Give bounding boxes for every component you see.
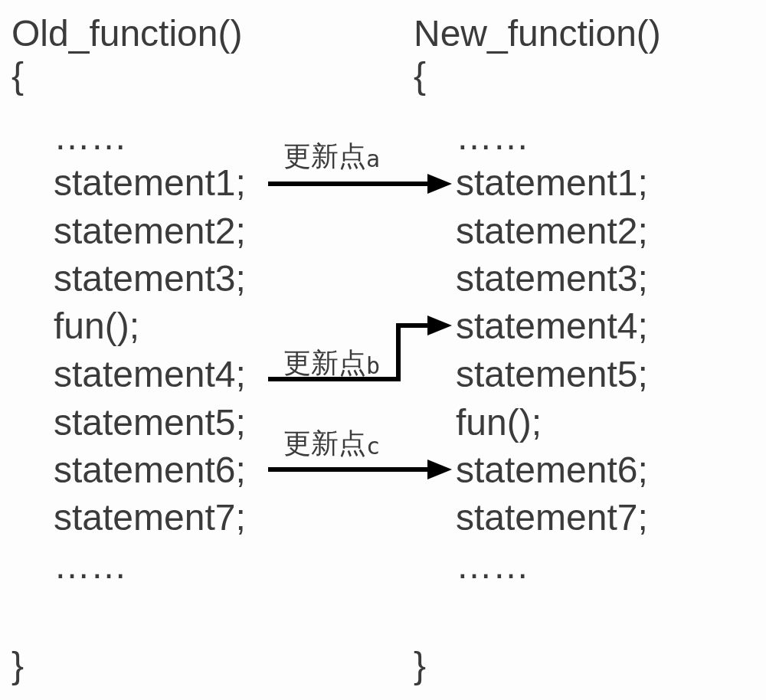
old-line-9: …… xyxy=(11,548,127,584)
update-point-b-label: 更新点b xyxy=(283,345,380,382)
old-line-2: statement2; xyxy=(11,213,246,250)
new-line-2: statement2; xyxy=(414,213,648,250)
old-line-7: statement6; xyxy=(11,452,246,489)
old-open-brace: { xyxy=(11,57,24,94)
old-close-brace: } xyxy=(11,647,24,684)
old-function-title: Old_function() xyxy=(11,15,242,52)
new-close-brace: } xyxy=(414,647,426,684)
new-line-9: …… xyxy=(414,548,529,584)
new-line-0: …… xyxy=(414,119,529,155)
old-line-4: fun(); xyxy=(11,308,139,345)
label-a-prefix: 更新点 xyxy=(283,141,366,172)
old-line-3: statement3; xyxy=(11,260,246,297)
label-c-prefix: 更新点 xyxy=(283,428,366,459)
update-point-c-label: 更新点c xyxy=(283,425,380,463)
new-line-8: statement7; xyxy=(414,499,648,536)
diagram-canvas: { "left": { "title": "Old_function()", "… xyxy=(0,0,766,700)
old-line-0: …… xyxy=(11,119,127,155)
old-line-6: statement5; xyxy=(11,404,246,441)
new-function-title: New_function() xyxy=(414,15,661,52)
old-line-1: statement1; xyxy=(11,165,246,201)
update-point-a-label: 更新点a xyxy=(283,138,380,175)
svg-marker-4 xyxy=(427,460,452,479)
label-b-prefix: 更新点 xyxy=(283,348,366,378)
arrow-a-icon xyxy=(268,172,452,195)
new-line-6: fun(); xyxy=(414,404,542,441)
svg-marker-1 xyxy=(427,174,452,194)
old-line-5: statement4; xyxy=(11,356,246,393)
new-open-brace: { xyxy=(414,57,426,94)
label-a-sub: a xyxy=(366,146,380,172)
label-c-sub: c xyxy=(366,433,380,460)
label-b-sub: b xyxy=(366,352,380,379)
new-line-3: statement3; xyxy=(414,260,648,297)
old-line-8: statement7; xyxy=(11,499,246,536)
svg-marker-2 xyxy=(427,316,452,335)
